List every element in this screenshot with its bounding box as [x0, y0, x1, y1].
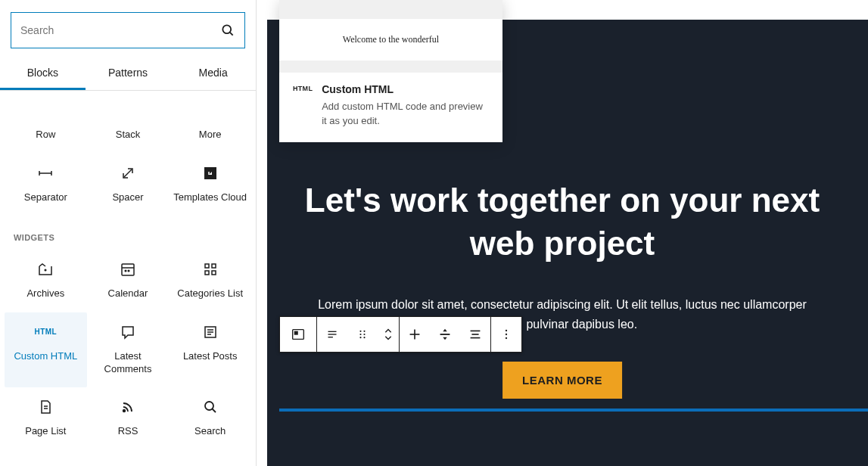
block-templates-cloud[interactable]: Templates Cloud — [169, 154, 251, 216]
chevrons-vertical-icon — [382, 326, 394, 343]
block-label: RSS — [118, 425, 138, 438]
row-icon — [36, 101, 54, 120]
svg-rect-11 — [205, 264, 209, 268]
html-icon: HTML — [36, 323, 54, 341]
tab-patterns[interactable]: Patterns — [86, 57, 171, 90]
drag-icon — [355, 327, 370, 342]
svg-rect-7 — [122, 264, 134, 275]
search-icon — [220, 23, 235, 38]
toolbar-group-move — [317, 316, 400, 353]
svg-point-43 — [506, 337, 507, 339]
more-options-button[interactable] — [491, 317, 521, 352]
block-spacer[interactable]: Spacer — [87, 154, 170, 216]
block-label: More — [199, 129, 222, 141]
svg-point-10 — [128, 270, 129, 272]
block-stack[interactable]: Stack — [87, 91, 170, 154]
block-preview-popover: Welcome to the wonderful HTML Custom HTM… — [279, 0, 502, 142]
align-middle-icon — [437, 326, 453, 343]
block-toolbar — [279, 316, 522, 353]
block-separator[interactable]: Separator — [5, 154, 87, 216]
search-button[interactable] — [220, 23, 235, 38]
svg-point-0 — [222, 25, 231, 33]
block-label: Spacer — [112, 191, 143, 204]
drag-handle[interactable] — [347, 317, 378, 352]
paragraph-icon — [324, 326, 341, 343]
svg-rect-14 — [212, 271, 216, 275]
block-label: Custom HTML — [14, 350, 77, 363]
cover-block-icon — [290, 326, 306, 343]
blocks-scroll-area[interactable]: Row Stack More Separator Spacer — [0, 91, 256, 466]
block-label: Separator — [24, 191, 67, 204]
svg-point-9 — [125, 270, 126, 272]
search-input[interactable] — [20, 24, 220, 36]
search-block-icon — [201, 398, 219, 416]
more-icon — [201, 101, 219, 120]
latest-comments-icon — [119, 323, 137, 341]
vertical-align-button[interactable] — [430, 317, 460, 352]
block-latest-comments[interactable]: Latest Comments — [87, 312, 170, 388]
move-up-down-button[interactable] — [378, 317, 399, 352]
hero-heading[interactable]: Let's work together on your next web pro… — [257, 179, 868, 265]
svg-rect-37 — [440, 334, 450, 335]
learn-more-button[interactable]: LEARN MORE — [502, 362, 622, 399]
tab-media[interactable]: Media — [170, 57, 256, 90]
align-button[interactable] — [400, 317, 430, 352]
block-custom-html[interactable]: HTML Custom HTML — [5, 312, 87, 388]
dots-vertical-icon — [499, 327, 514, 342]
svg-line-1 — [230, 33, 233, 36]
editor-canvas[interactable]: Welcome to the wonderful HTML Custom HTM… — [257, 0, 868, 466]
block-label: Templates Cloud — [173, 191, 247, 204]
archives-icon — [36, 260, 54, 278]
svg-point-22 — [205, 402, 213, 410]
block-label: Latest Posts — [183, 350, 238, 363]
preview-separator-strip — [279, 61, 502, 73]
svg-rect-13 — [205, 271, 209, 275]
preview-sample-banner: Welcome to the wonderful — [279, 19, 502, 61]
block-label: Latest Comments — [90, 350, 166, 376]
block-archives[interactable]: Archives — [5, 250, 87, 312]
select-parent-button[interactable] — [280, 317, 316, 352]
preview-title: Custom HTML — [322, 83, 489, 95]
toolbar-group-options — [491, 316, 522, 353]
tab-blocks[interactable]: Blocks — [0, 57, 86, 90]
block-more[interactable]: More — [169, 91, 251, 154]
block-page-list[interactable]: Page List — [5, 387, 87, 450]
search-box[interactable] — [11, 12, 245, 48]
block-row[interactable]: Row — [5, 91, 87, 154]
width-icon — [467, 326, 484, 343]
inserter-tabs: Blocks Patterns Media — [0, 57, 256, 91]
preview-text-col: Custom HTML Add custom HTML code and pre… — [322, 83, 489, 129]
svg-rect-12 — [212, 264, 216, 268]
block-label: Search — [194, 425, 226, 438]
block-type-button[interactable] — [317, 317, 347, 352]
block-calendar[interactable]: Calendar — [87, 250, 170, 312]
categories-list-icon — [201, 260, 219, 278]
preview-body: HTML Custom HTML Add custom HTML code an… — [279, 73, 502, 142]
selected-block-outline — [279, 409, 868, 412]
svg-point-42 — [506, 334, 507, 335]
block-label: Stack — [116, 129, 141, 141]
stack-icon — [119, 101, 137, 120]
block-label: Categories List — [177, 287, 243, 300]
block-label: Archives — [26, 287, 64, 300]
toolbar-group-align — [400, 316, 491, 353]
block-search[interactable]: Search — [169, 387, 251, 450]
widget-blocks-grid: Archives Calendar Categories List HTML C… — [0, 250, 256, 451]
preview-header-strip — [279, 0, 502, 19]
svg-rect-25 — [294, 331, 297, 334]
page-list-icon — [36, 398, 54, 416]
block-categories-list[interactable]: Categories List — [169, 250, 251, 312]
block-latest-posts[interactable]: Latest Posts — [169, 312, 251, 388]
svg-point-41 — [506, 330, 507, 331]
svg-point-31 — [359, 334, 361, 335]
content-width-button[interactable] — [460, 317, 490, 352]
svg-point-30 — [363, 331, 365, 332]
block-label: Calendar — [108, 287, 148, 300]
align-icon — [406, 326, 423, 343]
svg-line-23 — [212, 409, 216, 413]
preview-html-badge: HTML — [293, 83, 313, 129]
toolbar-group-block-type — [279, 316, 317, 353]
svg-point-34 — [363, 337, 365, 338]
templates-cloud-icon — [201, 164, 219, 182]
block-rss[interactable]: RSS — [87, 387, 170, 450]
